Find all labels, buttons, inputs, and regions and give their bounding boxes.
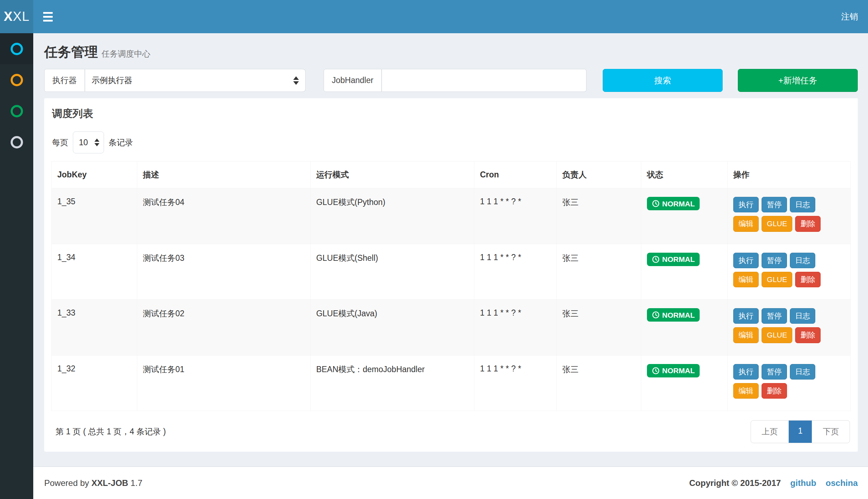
clock-icon xyxy=(652,200,660,207)
jobhandler-input[interactable] xyxy=(382,69,586,92)
action-log-button[interactable]: 日志 xyxy=(790,308,815,324)
column-header: 描述 xyxy=(137,162,310,188)
circle-icon xyxy=(11,105,23,117)
cell-jobkey: 1_35 xyxy=(52,188,137,244)
sidebar-item-1[interactable] xyxy=(0,33,33,64)
sidebar-item-4[interactable] xyxy=(0,127,33,158)
per-page-select[interactable]: 10 xyxy=(73,131,104,153)
table-row: 1_32测试任务01BEAN模式：demoJobHandler1 1 1 * *… xyxy=(52,355,851,411)
search-button[interactable]: 搜索 xyxy=(603,69,723,92)
logo-light: XL xyxy=(13,9,29,24)
clock-icon xyxy=(652,311,660,319)
cell-cron: 1 1 1 * * ? * xyxy=(474,244,556,300)
cell-cron: 1 1 1 * * ? * xyxy=(474,355,556,411)
filter-row: 执行器 示例执行器 JobHandler 搜索 +新增任务 xyxy=(33,63,868,92)
executor-label: 执行器 xyxy=(44,69,85,92)
action-trigger-button[interactable]: 执行 xyxy=(733,197,759,212)
action-trigger-button[interactable]: 执行 xyxy=(733,364,759,380)
cell-status: NORMAL xyxy=(641,244,728,300)
cell-owner: 张三 xyxy=(556,300,641,356)
sidebar-item-2[interactable] xyxy=(0,64,33,95)
per-page-prefix: 每页 xyxy=(52,137,68,148)
copyright-text: Copyright © 2015-2017 xyxy=(689,478,781,488)
action-pause-button[interactable]: 暂停 xyxy=(762,364,787,380)
action-log-button[interactable]: 日志 xyxy=(790,364,815,380)
content-area: 任务管理任务调度中心 执行器 示例执行器 JobHandler 搜索 +新增任务 xyxy=(33,33,868,466)
action-delete-button[interactable]: 删除 xyxy=(795,216,821,231)
per-page-control: 每页 10 条记录 xyxy=(52,131,851,153)
jobs-table-head-row: JobKey描述运行模式Cron负责人状态操作 xyxy=(52,162,851,188)
sidebar-toggle-button[interactable] xyxy=(43,12,53,22)
sidebar-item-3[interactable] xyxy=(0,95,33,127)
cell-status: NORMAL xyxy=(641,355,728,411)
sidebar xyxy=(0,33,33,499)
status-badge: NORMAL xyxy=(647,253,700,266)
status-badge: NORMAL xyxy=(647,364,700,377)
cell-cron: 1 1 1 * * ? * xyxy=(474,188,556,244)
page-title: 任务管理任务调度中心 xyxy=(44,43,858,63)
executor-select[interactable]: 示例执行器 xyxy=(85,69,306,92)
action-edit-button[interactable]: 编辑 xyxy=(733,327,759,343)
circle-icon xyxy=(11,74,23,86)
column-header: 操作 xyxy=(728,162,851,188)
action-trigger-button[interactable]: 执行 xyxy=(733,253,759,268)
cell-status: NORMAL xyxy=(641,188,728,244)
navbar: XXL 注销 xyxy=(0,0,868,33)
cell-description: 测试任务01 xyxy=(137,355,310,411)
table-row: 1_35测试任务04GLUE模式(Python)1 1 1 * * ? *张三N… xyxy=(52,188,851,244)
action-trigger-button[interactable]: 执行 xyxy=(733,308,759,324)
cell-actions: 执行暂停日志编辑GLUE删除 xyxy=(728,300,851,356)
pagination-current-page[interactable]: 1 xyxy=(788,421,812,443)
action-edit-button[interactable]: 编辑 xyxy=(733,216,759,231)
action-delete-button[interactable]: 删除 xyxy=(795,327,821,343)
per-page-suffix: 条记录 xyxy=(109,137,133,148)
pagination-next-button[interactable]: 下页 xyxy=(812,421,850,443)
action-delete-button[interactable]: 删除 xyxy=(795,272,821,287)
logout-link[interactable]: 注销 xyxy=(841,11,858,22)
page-title-text: 任务管理 xyxy=(44,45,98,59)
action-pause-button[interactable]: 暂停 xyxy=(762,197,787,212)
add-job-button[interactable]: +新增任务 xyxy=(738,69,858,92)
cell-jobkey: 1_33 xyxy=(52,300,137,356)
action-glue-button[interactable]: GLUE xyxy=(762,327,792,343)
clock-icon xyxy=(652,256,660,263)
cell-actions: 执行暂停日志编辑GLUE删除 xyxy=(728,188,851,244)
footer: Powered by XXL-JOB 1.7 Copyright © 2015-… xyxy=(33,466,868,499)
app-logo[interactable]: XXL xyxy=(0,0,33,33)
cell-owner: 张三 xyxy=(556,188,641,244)
cell-actions: 执行暂停日志编辑删除 xyxy=(728,355,851,411)
action-delete-button[interactable]: 删除 xyxy=(762,383,787,399)
column-header: Cron xyxy=(474,162,556,188)
action-log-button[interactable]: 日志 xyxy=(790,197,815,212)
select-arrows-icon xyxy=(94,139,99,146)
status-badge: NORMAL xyxy=(647,197,700,210)
select-arrows-icon xyxy=(293,76,299,85)
column-header: 运行模式 xyxy=(310,162,474,188)
circle-icon xyxy=(11,43,23,55)
action-edit-button[interactable]: 编辑 xyxy=(733,272,759,287)
pagination-summary: 第 1 页 ( 总共 1 页，4 条记录 ) xyxy=(56,426,166,437)
column-header: 状态 xyxy=(641,162,728,188)
cell-run-mode: GLUE模式(Java) xyxy=(310,300,474,356)
per-page-value: 10 xyxy=(79,138,88,147)
action-glue-button[interactable]: GLUE xyxy=(762,216,792,231)
cell-status: NORMAL xyxy=(641,300,728,356)
footer-links: Copyright © 2015-2017 github oschina xyxy=(689,478,858,488)
github-link[interactable]: github xyxy=(790,478,816,488)
page-subtitle: 任务调度中心 xyxy=(102,49,150,58)
executor-filter-group: 执行器 示例执行器 xyxy=(44,69,306,92)
cell-jobkey: 1_34 xyxy=(52,244,137,300)
action-pause-button[interactable]: 暂停 xyxy=(762,308,787,324)
action-pause-button[interactable]: 暂停 xyxy=(762,253,787,268)
pagination-row: 第 1 页 ( 总共 1 页，4 条记录 ) 上页 1 下页 xyxy=(51,420,851,443)
jobs-table: JobKey描述运行模式Cron负责人状态操作 1_35测试任务04GLUE模式… xyxy=(51,161,851,411)
jobhandler-filter-group: JobHandler xyxy=(324,69,586,92)
action-log-button[interactable]: 日志 xyxy=(790,253,815,268)
powered-by: Powered by XXL-JOB 1.7 xyxy=(44,478,142,488)
hamburger-icon xyxy=(43,12,53,14)
action-glue-button[interactable]: GLUE xyxy=(762,272,792,287)
pagination-prev-button[interactable]: 上页 xyxy=(751,421,788,443)
oschina-link[interactable]: oschina xyxy=(826,478,858,488)
jobhandler-label: JobHandler xyxy=(324,69,382,92)
action-edit-button[interactable]: 编辑 xyxy=(733,383,759,399)
